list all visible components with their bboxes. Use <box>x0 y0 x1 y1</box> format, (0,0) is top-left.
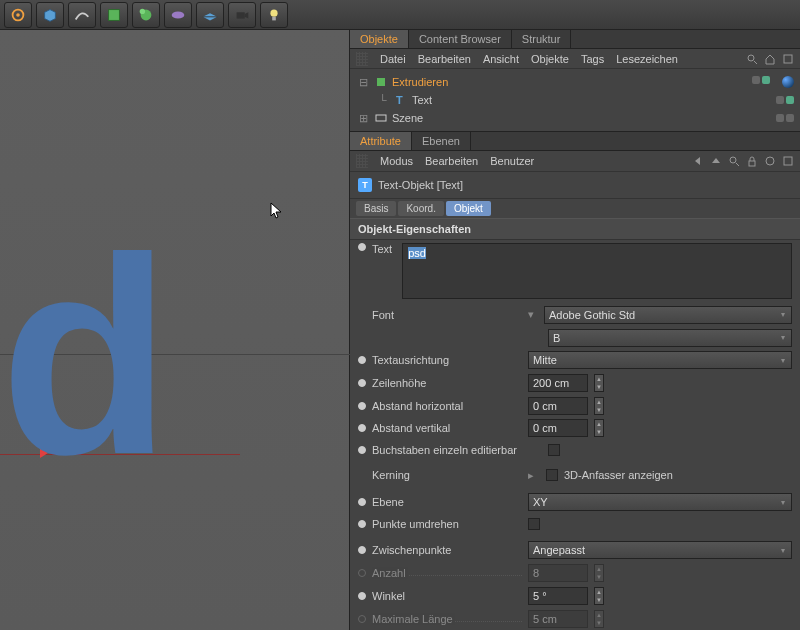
nav-up-icon[interactable] <box>710 155 722 167</box>
visibility-dot[interactable] <box>776 96 784 104</box>
render-dot[interactable] <box>762 76 770 84</box>
hierarchy-toggles <box>752 76 794 88</box>
font-select[interactable]: Adobe Gothic Std <box>544 306 792 324</box>
prop-plane: Ebene XY <box>350 491 800 514</box>
prop-radio[interactable] <box>358 424 366 432</box>
subtab-objekt[interactable]: Objekt <box>446 201 491 216</box>
hierarchy-row-extrude[interactable]: ⊟ Extrudieren <box>356 73 794 91</box>
subtab-basis[interactable]: Basis <box>356 201 396 216</box>
tool-camera[interactable] <box>228 2 256 28</box>
tool-primitive[interactable] <box>100 2 128 28</box>
prop-radio[interactable] <box>358 498 366 506</box>
search-icon[interactable] <box>728 155 740 167</box>
plane-select[interactable]: XY <box>528 493 792 511</box>
pin-icon[interactable] <box>764 155 776 167</box>
prop-interpolation: Zwischenpunkte Angepasst <box>350 539 800 562</box>
prop-radio[interactable] <box>358 446 366 454</box>
visibility-dot[interactable] <box>776 114 784 122</box>
render-dot[interactable] <box>786 114 794 122</box>
svg-point-19 <box>766 157 774 165</box>
menu-benutzer[interactable]: Benutzer <box>490 155 534 167</box>
hierarchy-row-scene[interactable]: ⊞ Szene <box>356 109 794 127</box>
material-tag-icon[interactable] <box>782 76 794 88</box>
search-icon[interactable] <box>746 53 758 65</box>
tree-expand-icon[interactable]: ⊟ <box>356 76 370 89</box>
text-input[interactable]: psd <box>402 243 792 299</box>
tab-ebenen[interactable]: Ebenen <box>412 132 471 150</box>
menu-bearbeiten[interactable]: Bearbeiten <box>418 53 471 65</box>
expand-icon[interactable] <box>782 53 794 65</box>
mouse-cursor-icon <box>270 202 284 224</box>
lock-icon[interactable] <box>746 155 758 167</box>
prop-count: Anzahl 8 ▲▼ <box>350 562 800 585</box>
tree-expand-icon[interactable]: ⊞ <box>356 112 370 125</box>
nav-back-icon[interactable] <box>692 155 704 167</box>
prop-radio[interactable] <box>358 243 366 251</box>
vspacing-input[interactable]: 0 cm <box>528 419 588 437</box>
prop-lineheight: Zeilenhöhe 200 cm ▲▼ <box>350 372 800 395</box>
prop-radio[interactable] <box>358 520 366 528</box>
align-select[interactable]: Mitte <box>528 351 792 369</box>
prop-label-maxlen: Maximale Länge <box>372 613 522 625</box>
kerning-checkbox[interactable] <box>546 469 558 481</box>
spinner[interactable]: ▲▼ <box>594 374 604 392</box>
tab-struktur[interactable]: Struktur <box>512 30 572 48</box>
prop-label-kerning: Kerning <box>372 469 522 481</box>
grip-icon[interactable] <box>356 52 368 66</box>
prop-vspacing: Abstand vertikal 0 cm ▲▼ <box>350 417 800 440</box>
reverse-checkbox[interactable] <box>528 518 540 530</box>
maxlen-input: 5 cm <box>528 610 588 628</box>
menu-lesezeichen[interactable]: Lesezeichen <box>616 53 678 65</box>
spinner[interactable]: ▲▼ <box>594 397 604 415</box>
prop-label-plane: Ebene <box>372 496 522 508</box>
svg-point-8 <box>270 9 277 16</box>
menu-ansicht[interactable]: Ansicht <box>483 53 519 65</box>
home-icon[interactable] <box>764 53 776 65</box>
tab-objekte[interactable]: Objekte <box>350 30 409 48</box>
prop-radio[interactable] <box>358 356 366 364</box>
tool-gear[interactable] <box>4 2 32 28</box>
tab-content-browser[interactable]: Content Browser <box>409 30 512 48</box>
render-dot[interactable] <box>786 96 794 104</box>
menu-objekte[interactable]: Objekte <box>531 53 569 65</box>
menu-tags[interactable]: Tags <box>581 53 604 65</box>
hierarchy-row-text[interactable]: └ T Text <box>356 91 794 109</box>
text-type-icon: T <box>358 178 372 192</box>
menu-modus[interactable]: Modus <box>380 155 413 167</box>
prop-label-count: Anzahl <box>372 567 522 579</box>
prop-radio[interactable] <box>358 379 366 387</box>
scene-icon <box>374 111 388 125</box>
interp-select[interactable]: Angepasst <box>528 541 792 559</box>
tool-deformer[interactable] <box>164 2 192 28</box>
subtab-koord[interactable]: Koord. <box>398 201 443 216</box>
grip-icon[interactable] <box>356 154 368 168</box>
count-input: 8 <box>528 564 588 582</box>
tab-attribute[interactable]: Attribute <box>350 132 412 150</box>
tool-generator[interactable] <box>132 2 160 28</box>
viewport[interactable]: d <box>0 30 350 630</box>
tool-light[interactable] <box>260 2 288 28</box>
tool-floor[interactable] <box>196 2 224 28</box>
prop-radio[interactable] <box>358 592 366 600</box>
objects-menu: Datei Bearbeiten Ansicht Objekte Tags Le… <box>350 49 800 69</box>
section-object-properties: Objekt-Eigenschaften <box>350 218 800 240</box>
spinner[interactable]: ▲▼ <box>594 587 604 605</box>
hspacing-input[interactable]: 0 cm <box>528 397 588 415</box>
tool-spline[interactable] <box>68 2 96 28</box>
menu-datei[interactable]: Datei <box>380 53 406 65</box>
spinner[interactable]: ▲▼ <box>594 419 604 437</box>
generator-icon <box>137 6 155 24</box>
expand-icon[interactable] <box>782 155 794 167</box>
tool-cube[interactable] <box>36 2 64 28</box>
visibility-dot[interactable] <box>752 76 760 84</box>
prop-radio[interactable] <box>358 546 366 554</box>
editable-checkbox[interactable] <box>548 444 560 456</box>
angle-input[interactable]: 5 ° <box>528 587 588 605</box>
lineheight-input[interactable]: 200 cm <box>528 374 588 392</box>
menu-bearbeiten-attr[interactable]: Bearbeiten <box>425 155 478 167</box>
prop-radio[interactable] <box>358 402 366 410</box>
font-weight-select[interactable]: B <box>548 329 792 347</box>
deformer-icon <box>169 6 187 24</box>
prop-label-editable: Buchstaben einzeln editierbar <box>372 444 542 456</box>
prop-label-reverse: Punkte umdrehen <box>372 518 522 530</box>
